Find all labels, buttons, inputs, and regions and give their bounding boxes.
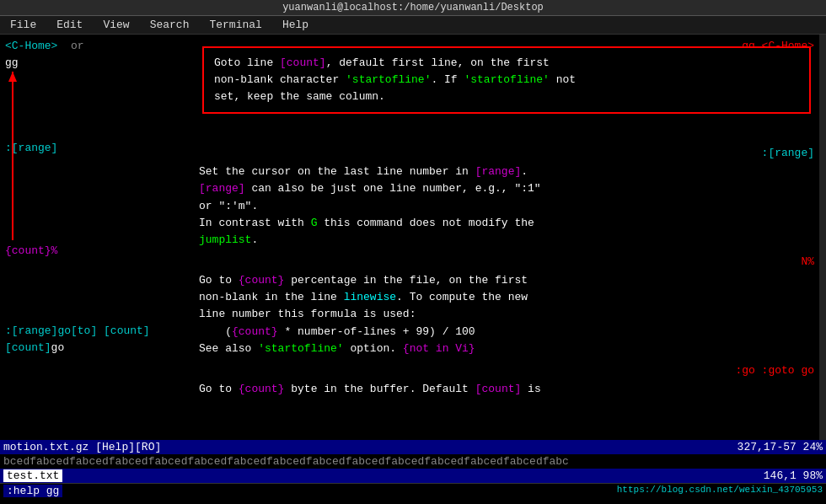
title-bar: yuanwanli@localhost:/home/yuanwanli/Desk…: [0, 0, 826, 16]
range-line-4: In contrast with G this command does not…: [199, 215, 814, 232]
menu-view[interactable]: View: [99, 18, 132, 32]
menu-terminal[interactable]: Terminal: [206, 18, 265, 32]
left-line-count-pct: {count}%: [3, 243, 190, 260]
range-line-5: jumplist.: [199, 232, 814, 249]
filler-text: bcedfabcedfabcedfabcedfabcedfabcedfabced…: [3, 455, 569, 468]
npct-line-5: See also 'startofline' option. {not in V…: [199, 340, 814, 357]
npct-line-1: Go to {count} percentage in the file, on…: [199, 272, 814, 289]
status-bar-2-left: test.txt: [3, 469, 62, 482]
status-bar-1-left: motion.txt.gz [Help][RO]: [3, 441, 161, 453]
main-content: <C-Home> or gg :[range] {c: [0, 35, 826, 498]
cmdline-right: https://blog.csdn.net/weixin_43705953: [617, 485, 823, 497]
goto-range-label: :[range]go[to]: [5, 323, 97, 340]
left-line-range1: :[range]: [3, 140, 190, 157]
spacer-3: [3, 260, 190, 323]
terminal-area[interactable]: <C-Home> or gg :[range] {c: [0, 35, 826, 440]
count-go-label: [count]: [5, 340, 51, 357]
range-section: Set the cursor on the last line number i…: [199, 164, 814, 249]
left-line-1: <C-Home> or: [3, 38, 190, 55]
left-line-count-go: [count] go: [3, 340, 190, 357]
goto-section: Go to {count} byte in the buffer. Defaul…: [199, 381, 814, 398]
menu-help[interactable]: Help: [279, 18, 312, 32]
range-line-2: [range] can also be just one line number…: [199, 180, 814, 197]
scrollbar[interactable]: [819, 35, 826, 440]
title-text: yuanwanli@localhost:/home/yuanwanli/Desk…: [282, 2, 544, 13]
status-bar-2-right: 146,1 98%: [764, 469, 823, 482]
left-line-goto: :[range]go[to] [count]: [3, 323, 190, 340]
go-label: go: [51, 340, 65, 357]
filler-line: bcedfabcedfabcedfabcedfabcedfabcedfabced…: [0, 454, 826, 469]
menu-edit[interactable]: Edit: [53, 18, 86, 32]
npct-header: N%: [199, 254, 814, 271]
npct-section: Go to {count} percentage in the file, on…: [199, 272, 814, 357]
c-home-label: <C-Home>: [5, 38, 57, 55]
goto-line-1: Go to {count} byte in the buffer. Defaul…: [199, 381, 814, 398]
spacer-2: [3, 158, 190, 243]
npct-line-3: line number this formula is used:: [199, 306, 814, 323]
goto-count-label: [count]: [104, 323, 150, 340]
npct-line-4: ({count} * number-of-lines + 99) / 100: [199, 324, 814, 340]
range-line-1: Set the cursor on the last line number i…: [199, 164, 814, 180]
status-bar-2: test.txt 146,1 98%: [0, 469, 826, 483]
status-bar-1-right: 327,17-57 24%: [738, 441, 823, 453]
right-column[interactable]: gg <C-Home> Goto line [count], default f…: [194, 35, 819, 440]
goto-header-text: :go :goto go: [735, 364, 814, 377]
red-arrow-icon: [5, 72, 20, 257]
range-line-3: or ":'m".: [199, 198, 814, 215]
spacer-1: [3, 72, 190, 140]
range-header: :[range]: [199, 145, 814, 162]
left-line-gg: gg: [3, 55, 190, 72]
highlight-line-1: Goto line [count], default first line, o…: [214, 55, 799, 72]
cmdline-left: :help gg: [3, 485, 62, 497]
menu-bar: File Edit View Search Terminal Help: [0, 16, 826, 35]
svg-marker-1: [8, 72, 17, 82]
menu-search[interactable]: Search: [147, 18, 193, 32]
left-column: <C-Home> or gg :[range] {c: [0, 35, 194, 440]
range-header-text: :[range]: [762, 147, 814, 159]
highlight-box: Goto line [count], default first line, o…: [202, 46, 811, 114]
highlight-line-3: set, keep the same column.: [214, 88, 799, 105]
menu-file[interactable]: File: [7, 18, 40, 32]
highlight-line-2: non-blank character 'startofline'. If 's…: [214, 72, 799, 88]
npct-line-2: non-blank in the line linewise. To compu…: [199, 289, 814, 306]
npct-header-text: N%: [801, 255, 814, 268]
goto-header: :go :goto go: [199, 362, 814, 379]
status-bar-1: motion.txt.gz [Help][RO] 327,17-57 24%: [0, 440, 826, 454]
gg-label: gg: [5, 55, 19, 72]
cmdline-bar: :help gg https://blog.csdn.net/weixin_43…: [0, 483, 826, 498]
